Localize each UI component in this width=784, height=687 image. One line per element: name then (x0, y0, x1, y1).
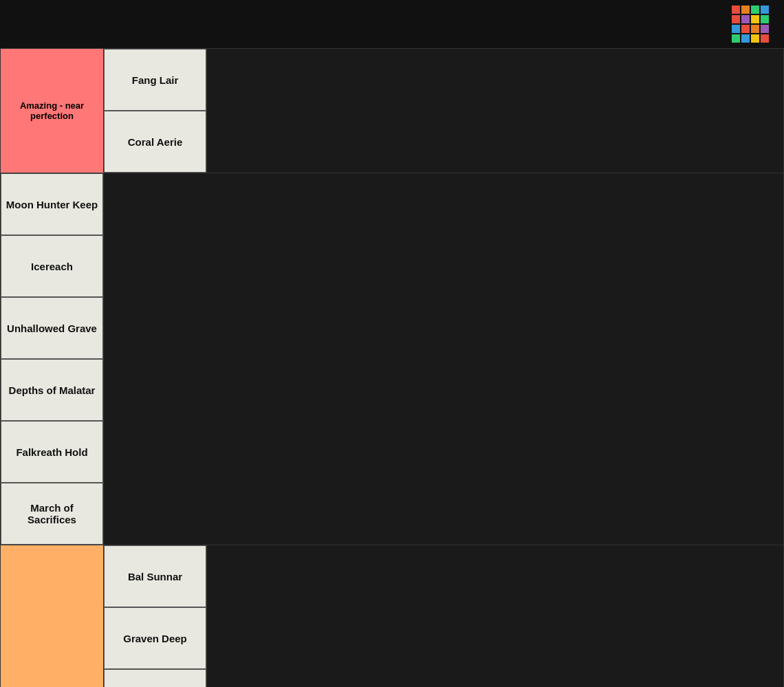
dungeon-item[interactable]: March of Sacrifices (1, 483, 103, 545)
dungeon-item[interactable]: Depths of Malatar (1, 359, 103, 421)
page-wrapper: Amazing - near perfectionFang LairCoral … (0, 0, 784, 687)
dungeon-item[interactable]: Graven Deep (104, 607, 206, 669)
tier-row-great-1: Moon Hunter KeepIcereachUnhallowed Grave… (1, 173, 784, 545)
header (0, 0, 784, 48)
dungeon-item[interactable]: Moon Hunter Keep (1, 173, 103, 235)
tier-content-great-0: Bal SunnarGraven DeepBlack Drake VillaRu… (104, 545, 207, 688)
tiermaker-logo (732, 6, 776, 43)
tier-row-amazing: Amazing - near perfectionFang LairCoral … (1, 49, 784, 173)
tier-row-great: Great - very good with minor issues or o… (1, 545, 784, 688)
tier-label-great: Great - very good with minor issues or o… (1, 545, 104, 688)
dungeon-item[interactable]: Falkreath Hold (1, 421, 103, 483)
dungeon-item[interactable]: Icereach (1, 235, 103, 297)
dungeon-item[interactable]: Bal Sunnar (104, 545, 206, 607)
logo-grid (732, 6, 769, 43)
tier-content-great-1: Moon Hunter KeepIcereachUnhallowed Grave… (1, 173, 104, 545)
tier-content-amazing-0: Fang LairCoral Aerie (104, 49, 207, 173)
tier-label-amazing: Amazing - near perfection (1, 49, 104, 173)
tier-table: Amazing - near perfectionFang LairCoral … (0, 48, 784, 687)
dungeon-item[interactable]: Coral Aerie (104, 111, 206, 173)
dungeon-item[interactable]: Black Drake Villa (104, 669, 206, 687)
dungeon-item[interactable]: Unhallowed Grave (1, 297, 103, 359)
dungeon-item[interactable]: Fang Lair (104, 49, 206, 111)
